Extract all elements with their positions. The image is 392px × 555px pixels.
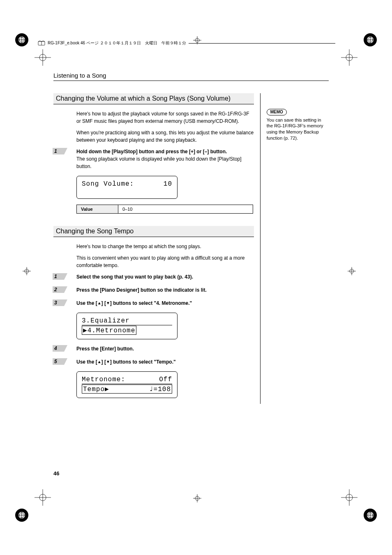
step-number: 4 xyxy=(53,345,64,352)
lcd-song-volume: Song Volume: 10 xyxy=(76,176,178,199)
body-text: When you're practicing along with a song… xyxy=(76,129,254,144)
step-2: 2 Press the [Piano Designer] button so t… xyxy=(53,286,254,294)
value-table: Value 0–10 xyxy=(76,205,253,214)
breadcrumb: Listening to a Song xyxy=(53,72,329,81)
registration-mark xyxy=(15,33,29,47)
step-instruction: Press the [Piano Designer] button so the… xyxy=(76,286,254,294)
step-3: 3 Use the [▲] [▼] buttons to select "4. … xyxy=(53,299,254,307)
step-number: 2 xyxy=(53,286,64,293)
section-title-song-volume: Changing the Volume at which a Song Play… xyxy=(53,93,254,104)
step-instruction: Press the [Enter] button. xyxy=(76,345,254,352)
running-header: RG-1F3F_e.book 46 ページ ２０１０年１月１９日 火曜日 午前９… xyxy=(38,39,335,47)
crop-mark xyxy=(35,489,51,506)
down-triangle-icon: ▼ xyxy=(106,359,110,365)
body-text: This is convenient when you want to play… xyxy=(76,254,254,269)
page-number: 46 xyxy=(53,470,59,477)
book-icon xyxy=(38,39,45,47)
lcd-tempo: Metronome: Off Tempo▶ ♩=108 xyxy=(76,371,178,398)
body-text: Here's how to adjust the playback volume… xyxy=(76,110,254,125)
text-fragment: ] [ xyxy=(101,359,106,365)
lcd-label: Metronome: xyxy=(82,376,125,383)
text-fragment: ] buttons to select "4. Metronome." xyxy=(110,300,192,306)
registration-mark xyxy=(363,508,377,522)
text-fragment: ] [ xyxy=(101,300,106,306)
lcd-line: 4.Metronome xyxy=(88,327,136,334)
step-number: 1 xyxy=(53,273,64,280)
crop-mark xyxy=(348,267,356,275)
step-1: 1 Select the song that you want to play … xyxy=(53,273,254,281)
step-5: 5 Use the [▲] [▼] buttons to select "Tem… xyxy=(53,358,254,366)
step-number: 3 xyxy=(53,299,64,306)
text-fragment: ] buttons to select "Tempo." xyxy=(110,359,176,365)
crop-mark xyxy=(193,494,201,502)
step-4: 4 Press the [Enter] button. xyxy=(53,345,254,352)
down-triangle-icon: ▼ xyxy=(106,300,110,306)
lcd-value: ♩=108 xyxy=(149,385,171,393)
body-text: Here's how to change the tempo at which … xyxy=(76,243,254,250)
up-triangle-icon: ▲ xyxy=(97,300,101,306)
step-instruction: Select the song that you want to play ba… xyxy=(76,273,254,281)
up-triangle-icon: ▲ xyxy=(97,359,101,365)
step-detail: The song playback volume is displayed wh… xyxy=(76,155,254,170)
lcd-metronome-menu: 3.Equalizer ▶4.Metronome xyxy=(76,313,178,339)
running-header-text: RG-1F3F_e.book 46 ページ ２０１０年１月１９日 火曜日 午前９… xyxy=(48,40,186,46)
crop-mark xyxy=(341,49,357,66)
lcd-value: 10 xyxy=(164,180,172,188)
step-number: 5 xyxy=(53,358,64,365)
crop-mark xyxy=(193,36,201,44)
crop-mark xyxy=(23,267,31,275)
memo-text: You can save this setting in the RG-1F/R… xyxy=(267,117,329,141)
step-instruction: Use the [▲] [▼] buttons to select "Tempo… xyxy=(76,358,254,366)
crop-mark xyxy=(35,49,51,66)
step-number: 1 xyxy=(53,148,64,154)
crop-mark xyxy=(341,489,357,506)
text-fragment: Use the [ xyxy=(76,300,97,306)
memo-badge: MEMO xyxy=(267,109,287,115)
lcd-value: Off xyxy=(159,376,172,383)
value-label: Value xyxy=(77,205,118,214)
lcd-label: Song Volume: xyxy=(82,180,134,188)
section-title-song-tempo: Changing the Song Tempo xyxy=(53,226,254,237)
lcd-line: 3.Equalizer xyxy=(82,317,130,325)
memo-column: MEMO You can save this setting in the RG… xyxy=(261,93,329,404)
step-instruction: Use the [▲] [▼] buttons to select "4. Me… xyxy=(76,299,254,307)
lcd-label: Tempo▶ xyxy=(83,385,109,393)
text-fragment: Use the [ xyxy=(76,359,97,365)
registration-mark xyxy=(15,508,29,522)
registration-mark xyxy=(363,33,377,47)
main-column: Changing the Volume at which a Song Play… xyxy=(53,93,261,404)
value-range: 0–10 xyxy=(118,205,253,214)
step-1: 1 Hold down the [Play/Stop] button and p… xyxy=(53,148,254,170)
step-instruction: Hold down the [Play/Stop] button and pre… xyxy=(76,148,254,155)
header-rule xyxy=(189,43,335,44)
cursor-icon: ▶ xyxy=(83,327,88,334)
